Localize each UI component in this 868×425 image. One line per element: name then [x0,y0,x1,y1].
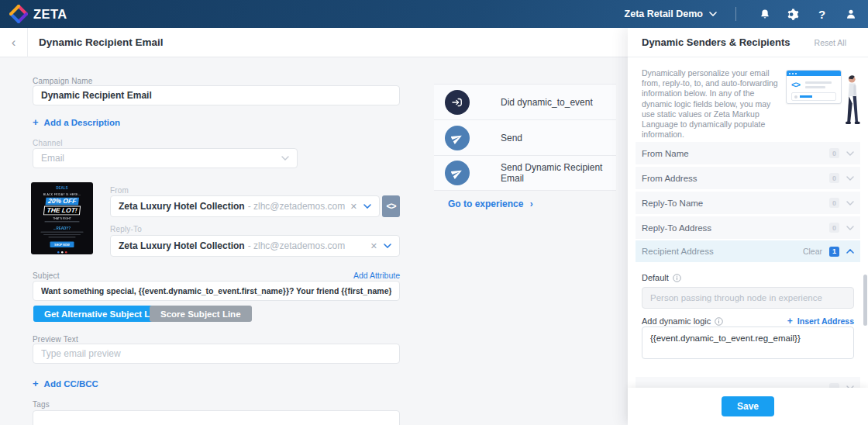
chevron-down-icon [363,204,371,209]
reply-to-label: Reply-To [110,225,142,233]
plus-icon: + [33,116,39,128]
chevron-down-icon [384,244,391,248]
accordion-from-name[interactable]: From Name 0 [636,142,860,164]
accordion-recipient-address[interactable]: Recipient Address Clear 1 [636,240,860,262]
count-badge: 0 [829,198,839,208]
nav-right-group: Zeta Retail Demo ? [625,7,857,21]
clear-from-icon[interactable]: ✕ [346,202,362,212]
panel-scrollbar[interactable] [863,275,867,326]
nav-divider [735,7,736,21]
user-icon [845,8,857,20]
accordion-reply-to-name[interactable]: Reply-To Name 0 [636,192,860,214]
account-button[interactable] [844,8,857,21]
chevron-down-icon [281,156,289,161]
save-button[interactable]: Save [722,396,774,416]
add-dynamic-logic-label: Add dynamic logic [642,316,723,326]
person-illustration [843,74,863,128]
preview-text-input[interactable] [33,344,400,364]
channel-select: Email [33,148,298,168]
thumb-brand: DEALS [56,186,67,190]
clear-recipient-link[interactable]: Clear [803,247,822,256]
brand-wordmark: ZETA [33,7,67,22]
clear-reply-to-icon[interactable]: ✕ [366,241,382,251]
from-code-button[interactable]: <> [382,195,400,217]
experience-flow: Did dynamic_to_event Send Send Dynamic R… [434,84,616,191]
add-attribute-link[interactable]: Add Attribute [353,271,400,280]
channel-label: Channel [33,139,63,147]
code-icon: <> [791,80,800,89]
count-badge: 0 [829,223,839,233]
zeta-logo-icon [9,5,28,23]
add-ccbcc-link[interactable]: + Add CC/BCC [33,378,98,389]
info-icon [673,274,681,282]
accordion-reply-to-address[interactable]: Reply-To Address 0 [636,216,860,239]
tags-label: Tags [33,400,50,409]
bell-icon [759,8,771,21]
event-entry-icon [445,90,470,115]
flow-node-send-dynamic[interactable]: Send Dynamic Recipient Email [434,155,616,191]
channel-value: Email [41,153,64,164]
chevron-down-icon [846,151,854,156]
chevron-up-icon [846,249,854,254]
campaign-name-input[interactable] [33,85,400,105]
accordion-from-address[interactable]: From Address 0 [636,167,860,189]
subject-input[interactable] [33,281,400,301]
dynamic-senders-panel: Dynamic Senders & Recipients Reset All D… [628,28,868,425]
plus-icon: + [787,316,793,327]
settings-button[interactable] [787,8,800,21]
back-button[interactable]: ‹ [0,28,28,57]
default-label: Default [642,273,681,282]
panel-footer: Save [628,388,868,425]
chevron-down-icon [846,176,854,181]
panel-title: Dynamic Senders & Recipients [642,36,790,48]
app-canvas: ZETA Zeta Retail Demo ? [0,0,868,425]
subject-label: Subject [33,271,60,280]
add-dynamic-logic-row: Add dynamic logic + Insert Address [642,316,854,327]
help-icon: ? [818,8,825,21]
preview-text-label: Preview Text [33,335,78,344]
tags-input[interactable] [33,410,400,425]
insert-address-link[interactable]: + Insert Address [787,316,854,327]
flow-node-did-event[interactable]: Did dynamic_to_event [434,84,616,119]
count-badge: 0 [829,173,839,183]
dynamic-logic-textarea[interactable]: {{event.dynamic_to_event.reg_email}} [642,327,854,359]
chevron-down-icon [709,12,717,16]
chevron-down-icon [846,201,854,206]
panel-description: Dynamically personalize your email from,… [642,68,778,140]
arrow-right-icon: › [530,199,533,209]
from-select[interactable]: Zeta Luxury Hotel Collection - zlhc@zeta… [110,195,380,217]
page-title: Dynamic Recipient Email [39,36,164,48]
help-button[interactable]: ? [815,8,828,21]
top-nav: ZETA Zeta Retail Demo ? [0,0,868,28]
go-to-experience-link[interactable]: Go to experience › [448,199,533,209]
info-icon [715,317,723,326]
account-name: Zeta Retail Demo [625,9,703,19]
account-switcher[interactable]: Zeta Retail Demo [625,9,717,19]
send-icon [445,161,470,185]
campaign-name-label: Campaign Name [33,77,93,85]
gear-icon [787,8,800,21]
chevron-down-icon [846,226,854,230]
browser-window-illustration: <> [786,70,842,104]
plus-icon: + [33,378,39,389]
flow-node-send[interactable]: Send [434,119,616,155]
score-subject-button[interactable]: Score Subject Line [150,306,252,322]
from-label: From [110,186,129,195]
send-icon [445,126,470,150]
notifications-button[interactable] [758,8,771,21]
count-badge: 1 [829,247,839,257]
reply-to-select[interactable]: Zeta Luxury Hotel Collection - zlhc@zeta… [110,235,400,257]
panel-header: Dynamic Senders & Recipients Reset All [628,28,868,57]
reset-all-link[interactable]: Reset All [815,38,846,47]
count-badge: 0 [829,148,839,158]
add-description-link[interactable]: + Add a Description [33,116,120,128]
email-preview-thumbnail[interactable]: DEALS BLACK FRIDAY IS HERE... 20% OFF TH… [31,182,93,254]
default-recipient-input [642,287,854,309]
